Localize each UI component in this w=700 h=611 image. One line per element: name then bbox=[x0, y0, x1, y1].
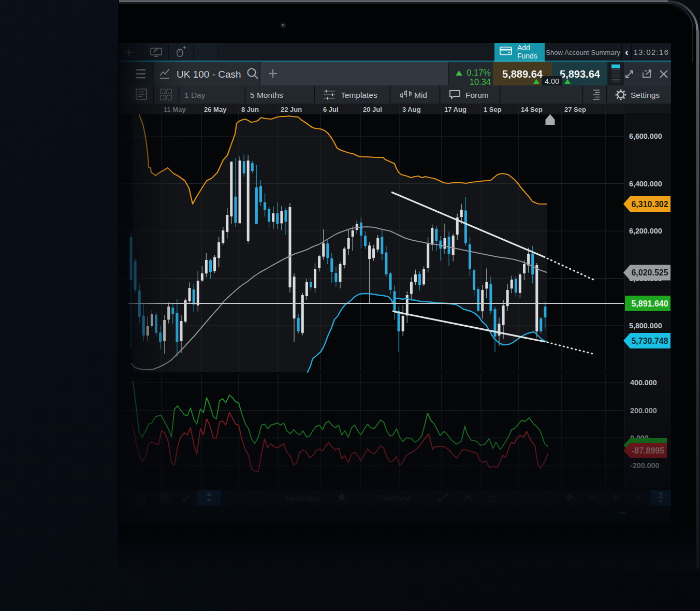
svg-text:5,891.640: 5,891.640 bbox=[631, 299, 668, 308]
svg-text:Mid: Mid bbox=[414, 91, 427, 99]
svg-text:Templates: Templates bbox=[341, 91, 377, 99]
svg-text:20 Jul: 20 Jul bbox=[363, 106, 382, 113]
svg-text:26 May: 26 May bbox=[204, 106, 227, 113]
svg-text:5,889.64: 5,889.64 bbox=[502, 68, 543, 80]
svg-text:Add: Add bbox=[517, 43, 530, 52]
svg-text:5 Months: 5 Months bbox=[250, 91, 283, 99]
svg-text:‹: ‹ bbox=[625, 46, 629, 57]
svg-text:5,730.748: 5,730.748 bbox=[631, 337, 668, 345]
svg-text:14 Sep: 14 Sep bbox=[521, 106, 543, 113]
svg-text:10.34: 10.34 bbox=[470, 77, 491, 86]
svg-text:6,600.000: 6,600.000 bbox=[629, 132, 662, 140]
svg-text:6,310.302: 6,310.302 bbox=[631, 200, 668, 209]
svg-text:6,020.525: 6,020.525 bbox=[631, 268, 668, 277]
svg-text:0.17%: 0.17% bbox=[466, 68, 491, 77]
svg-text:3 Aug: 3 Aug bbox=[402, 106, 421, 113]
svg-text:UK 100 - Cash: UK 100 - Cash bbox=[177, 69, 241, 80]
svg-text:Funds: Funds bbox=[517, 52, 537, 60]
svg-text:1 Day: 1 Day bbox=[184, 91, 206, 99]
svg-text:6 Jul: 6 Jul bbox=[323, 106, 339, 113]
svg-text:27 Sep: 27 Sep bbox=[564, 106, 586, 113]
svg-text:Settings: Settings bbox=[631, 91, 660, 99]
svg-text:13:02:16: 13:02:16 bbox=[634, 48, 669, 56]
svg-text:22 Jun: 22 Jun bbox=[281, 106, 302, 113]
svg-text:4.00: 4.00 bbox=[545, 77, 559, 85]
svg-text:Forum: Forum bbox=[465, 91, 489, 99]
svg-text:17 Aug: 17 Aug bbox=[444, 106, 466, 113]
svg-text:6,200.000: 6,200.000 bbox=[629, 227, 662, 235]
svg-text:5,800.000: 5,800.000 bbox=[629, 322, 662, 330]
svg-text:5,893.64: 5,893.64 bbox=[560, 68, 601, 80]
svg-text:Show Account Summary: Show Account Summary bbox=[546, 49, 620, 56]
svg-text:1 Sep: 1 Sep bbox=[484, 106, 502, 113]
svg-text:8 Jun: 8 Jun bbox=[241, 106, 259, 113]
svg-text:6,400.000: 6,400.000 bbox=[629, 180, 662, 188]
